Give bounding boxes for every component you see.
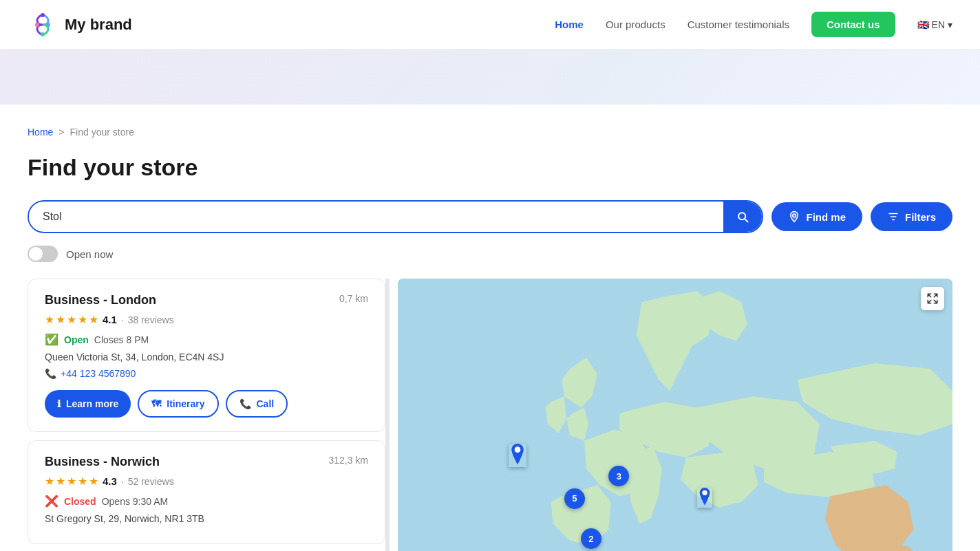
star2-4: ★ bbox=[78, 475, 87, 488]
review-text-2: 52 reviews bbox=[128, 476, 174, 487]
store-name-2: Business - Norwich bbox=[45, 455, 160, 469]
lang-label: EN bbox=[932, 19, 945, 30]
location-icon bbox=[788, 210, 800, 223]
star2-1: ★ bbox=[45, 475, 54, 488]
star-2: ★ bbox=[56, 313, 65, 326]
breadcrumb-separator: > bbox=[58, 127, 64, 138]
rating-number: 4.1 bbox=[103, 314, 117, 325]
store-actions: ℹ Learn more 🗺 Itinerary 📞 Call bbox=[45, 390, 368, 418]
store-card-header-2: Business - Norwich 312,3 km bbox=[45, 455, 368, 469]
filters-icon bbox=[887, 210, 899, 223]
map-pin-cluster-5[interactable]: 5 bbox=[564, 488, 585, 509]
svg-point-9 bbox=[515, 446, 521, 453]
learn-more-label: Learn more bbox=[66, 398, 118, 409]
svg-point-13 bbox=[703, 490, 707, 495]
route-icon: 🗺 bbox=[151, 398, 161, 409]
itinerary-button[interactable]: 🗺 Itinerary bbox=[138, 390, 218, 418]
map-pin-ukraine[interactable] bbox=[697, 488, 712, 508]
phone-icon: 📞 bbox=[45, 368, 56, 379]
nav-products[interactable]: Our products bbox=[606, 19, 665, 30]
store-distance: 0,7 km bbox=[339, 293, 368, 304]
contact-button[interactable]: Contact us bbox=[811, 12, 895, 37]
breadcrumb: Home > Find your store bbox=[28, 127, 952, 138]
stars-2: ★ ★ ★ ★ ★ bbox=[45, 475, 98, 488]
search-input[interactable] bbox=[29, 202, 723, 231]
search-row: Find me Filters bbox=[28, 200, 952, 233]
breadcrumb-current: Find your store bbox=[70, 127, 134, 138]
stars: ★ ★ ★ ★ ★ bbox=[45, 313, 98, 326]
store-phone: 📞 +44 123 4567890 bbox=[45, 368, 368, 379]
star-3: ★ bbox=[67, 313, 76, 326]
flag-icon: 🇬🇧 bbox=[917, 19, 929, 30]
svg-point-2 bbox=[46, 23, 50, 27]
phone-number[interactable]: +44 123 4567890 bbox=[61, 368, 136, 379]
star-1: ★ bbox=[45, 313, 54, 326]
call-button[interactable]: 📞 Call bbox=[226, 390, 288, 418]
nav-home[interactable]: Home bbox=[555, 19, 584, 30]
status-time: Closes 8 PM bbox=[94, 334, 149, 345]
store-rating-2: ★ ★ ★ ★ ★ 4.3 · 52 reviews bbox=[45, 475, 368, 488]
map-container: 5 3 2 bbox=[398, 279, 952, 551]
store-card-london: Business - London 0,7 km ★ ★ ★ ★ ★ 4.1 ·… bbox=[28, 279, 385, 432]
store-distance-2: 312,3 km bbox=[328, 455, 368, 466]
chevron-down-icon: ▾ bbox=[948, 19, 952, 30]
search-icon bbox=[736, 210, 749, 224]
star2-3: ★ bbox=[67, 475, 76, 488]
toggle-knob bbox=[29, 247, 43, 261]
map-pin-london[interactable] bbox=[509, 444, 526, 467]
store-list: Business - London 0,7 km ★ ★ ★ ★ ★ 4.1 ·… bbox=[28, 279, 385, 551]
call-icon: 📞 bbox=[239, 398, 251, 409]
nav-testimonials[interactable]: Customer testimonials bbox=[688, 19, 789, 30]
brand: My brand bbox=[28, 10, 132, 40]
search-button[interactable] bbox=[723, 202, 762, 232]
store-address-2: St Gregory St, 29, Norwich, NR1 3TB bbox=[45, 513, 368, 524]
star2-5-partial: ★ bbox=[89, 475, 98, 488]
svg-point-3 bbox=[41, 32, 45, 36]
star-4: ★ bbox=[78, 313, 87, 326]
breadcrumb-home[interactable]: Home bbox=[28, 127, 53, 138]
svg-point-1 bbox=[35, 23, 39, 27]
main-content: Home > Find your store Find your store F… bbox=[0, 105, 980, 551]
star2-2: ★ bbox=[56, 475, 65, 488]
closed-icon: ❌ bbox=[45, 495, 58, 508]
store-rating: ★ ★ ★ ★ ★ 4.1 · 38 reviews bbox=[45, 313, 368, 326]
store-status: ✅ Open Closes 8 PM bbox=[45, 333, 368, 346]
status-label-2: Closed bbox=[64, 496, 96, 507]
find-me-label: Find me bbox=[806, 211, 846, 223]
content-area: Business - London 0,7 km ★ ★ ★ ★ ★ 4.1 ·… bbox=[28, 279, 952, 551]
store-status-2: ❌ Closed Opens 9:30 AM bbox=[45, 495, 368, 508]
star-5-partial: ★ bbox=[89, 313, 98, 326]
language-selector[interactable]: 🇬🇧 EN ▾ bbox=[917, 19, 952, 30]
review-count: · bbox=[121, 314, 124, 325]
store-card-header: Business - London 0,7 km bbox=[45, 293, 368, 307]
status-time-2: Opens 9:30 AM bbox=[102, 496, 169, 507]
find-me-button[interactable]: Find me bbox=[771, 202, 862, 231]
navbar-links: Home Our products Customer testimonials … bbox=[555, 12, 952, 37]
status-label: Open bbox=[64, 334, 89, 345]
list-map-divider bbox=[385, 279, 390, 551]
review-text: 38 reviews bbox=[128, 314, 174, 325]
expand-icon bbox=[926, 292, 939, 305]
store-name: Business - London bbox=[45, 293, 156, 307]
open-icon: ✅ bbox=[45, 333, 58, 346]
rating-number-2: 4.3 bbox=[103, 475, 117, 487]
toggle-row: Open now bbox=[28, 246, 952, 262]
brand-logo-icon bbox=[28, 10, 58, 40]
itinerary-label: Itinerary bbox=[167, 398, 204, 409]
info-icon: ℹ bbox=[57, 398, 61, 409]
call-label: Call bbox=[257, 398, 275, 409]
search-input-wrap bbox=[28, 200, 763, 233]
brand-name: My brand bbox=[65, 16, 132, 34]
review-count-2: · bbox=[121, 476, 124, 487]
navbar: My brand Home Our products Customer test… bbox=[0, 0, 980, 50]
filters-button[interactable]: Filters bbox=[871, 202, 952, 231]
hero-banner bbox=[0, 50, 980, 105]
map-expand-button[interactable] bbox=[921, 287, 944, 310]
open-now-toggle[interactable] bbox=[28, 246, 58, 262]
filters-label: Filters bbox=[905, 211, 936, 223]
map-svg bbox=[398, 279, 952, 551]
store-address: Queen Victoria St, 34, London, EC4N 4SJ bbox=[45, 352, 368, 363]
learn-more-button[interactable]: ℹ Learn more bbox=[45, 390, 131, 418]
store-card-norwich: Business - Norwich 312,3 km ★ ★ ★ ★ ★ 4.… bbox=[28, 440, 385, 544]
toggle-label: Open now bbox=[66, 248, 113, 260]
